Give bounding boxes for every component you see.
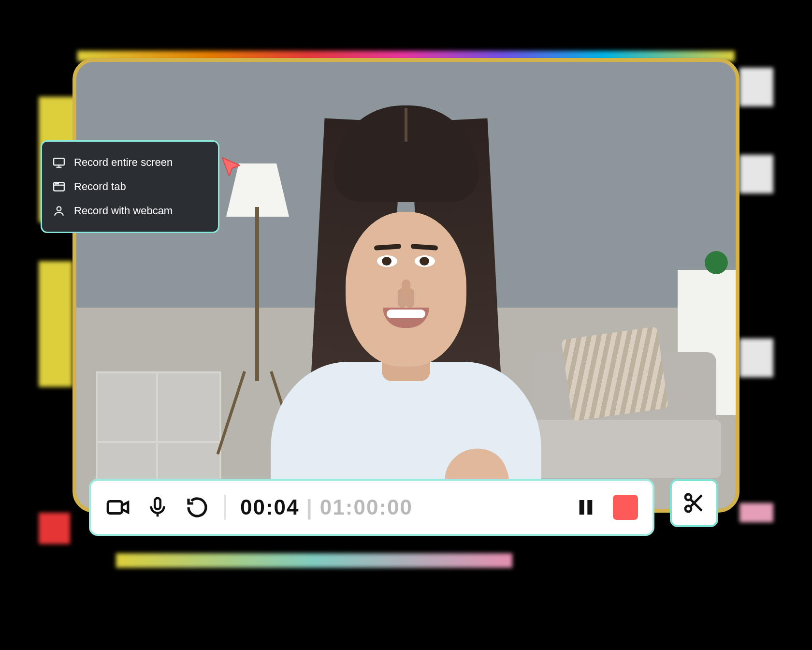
background-plant: [702, 251, 731, 275]
cursor-icon: [219, 155, 243, 178]
svg-point-5: [55, 183, 56, 184]
browser-tab-icon: [53, 180, 65, 193]
svg-rect-12: [580, 500, 584, 515]
record-source-menu: Record entire screen Record tab Record w…: [41, 140, 219, 233]
decorative-block: [39, 513, 70, 544]
timer-display: 00:04 | 01:00:00: [240, 495, 413, 519]
elapsed-time: 00:04: [240, 495, 300, 519]
restart-icon: [186, 496, 209, 519]
decorative-block: [39, 261, 72, 387]
time-separator: |: [306, 495, 313, 519]
menu-item-record-entire-screen[interactable]: Record entire screen: [42, 150, 218, 175]
svg-point-6: [57, 183, 57, 184]
menu-item-label: Record with webcam: [74, 205, 173, 217]
video-preview-frame: [72, 58, 740, 513]
decorative-block: [740, 155, 773, 193]
svg-rect-13: [587, 500, 592, 515]
stop-button[interactable]: [613, 495, 638, 520]
camera-toggle-button[interactable]: [105, 495, 130, 520]
recording-control-bar: 00:04 | 01:00:00: [89, 479, 654, 536]
menu-item-label: Record tab: [74, 180, 126, 193]
monitor-icon: [53, 156, 65, 169]
decorative-block: [740, 339, 773, 377]
svg-point-15: [685, 506, 691, 512]
camera-icon: [106, 495, 130, 519]
decorative-gradient: [116, 553, 512, 568]
microphone-toggle-button[interactable]: [145, 495, 170, 520]
svg-point-8: [57, 207, 61, 211]
microphone-icon: [146, 496, 169, 518]
restart-button[interactable]: [185, 495, 210, 520]
pause-icon: [576, 496, 595, 518]
svg-point-14: [685, 494, 691, 500]
person-icon: [53, 205, 65, 217]
decorative-block: [740, 68, 773, 106]
scissors-icon: [682, 491, 706, 515]
pause-button[interactable]: [573, 495, 598, 520]
menu-item-label: Record entire screen: [74, 156, 173, 169]
background-blanket: [561, 326, 668, 421]
svg-rect-10: [155, 498, 160, 509]
menu-item-record-tab[interactable]: Record tab: [42, 175, 218, 199]
total-time: 01:00:00: [320, 495, 413, 519]
decorative-block: [740, 503, 773, 522]
svg-rect-9: [108, 502, 122, 514]
svg-point-7: [58, 183, 58, 184]
svg-rect-0: [54, 158, 64, 165]
webcam-subject: [251, 91, 561, 513]
divider: [224, 495, 226, 520]
trim-button[interactable]: [670, 479, 718, 527]
menu-item-record-with-webcam[interactable]: Record with webcam: [42, 199, 218, 223]
